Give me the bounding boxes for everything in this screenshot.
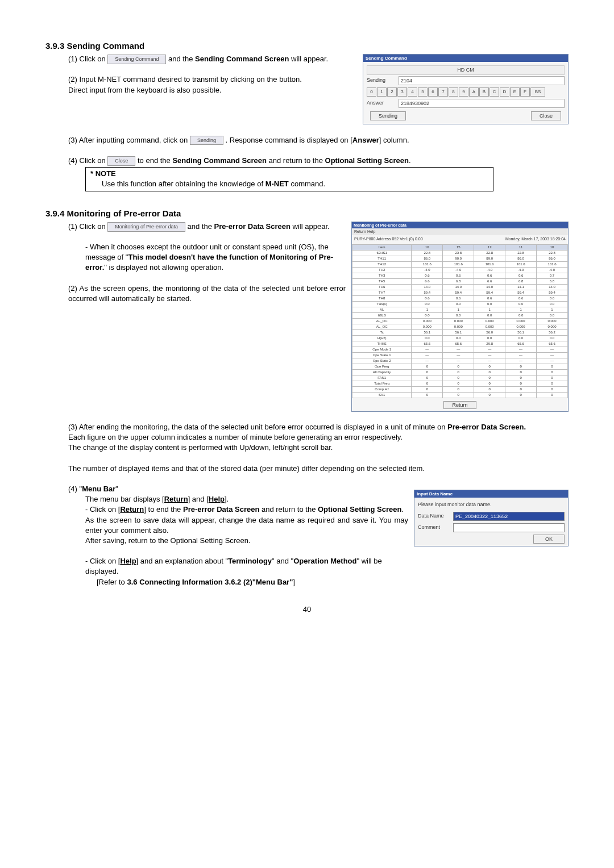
table-row: AL_OC0.0000.0000.0000.0000.000 <box>352 324 568 330</box>
table-row: H(Hz)0.00.00.00.00.0 <box>352 336 568 341</box>
key-5[interactable]: 5 <box>418 87 428 97</box>
key-e[interactable]: E <box>510 87 520 97</box>
table-cell: Ope State 1 <box>352 353 412 358</box>
key-0[interactable]: 0 <box>367 87 376 97</box>
table-cell: 63LS <box>352 313 412 319</box>
key-a[interactable]: A <box>469 87 479 97</box>
text-bold: Sending Command Screen <box>172 156 266 165</box>
p393-4: (4) Click on Close to end the Sending Co… <box>68 156 569 166</box>
table-cell: 0.0 <box>537 313 568 319</box>
table-cell: 0.0 <box>443 302 474 307</box>
table-header: 16 <box>412 245 443 251</box>
key-2[interactable]: 2 <box>387 87 397 97</box>
key-d[interactable]: D <box>500 87 509 97</box>
table-cell: 0.0 <box>474 302 505 307</box>
close-button[interactable]: Close <box>531 111 561 121</box>
monitoring-preerror-button[interactable]: Monitoring of Pre-error data <box>107 222 185 232</box>
table-cell: — <box>412 353 443 358</box>
table-row: TH12101.6101.6101.6101.6101.6 <box>352 262 568 268</box>
table-cell: 0 <box>537 370 568 375</box>
table-cell: 0 <box>412 393 443 398</box>
table-cell: Total Freq <box>352 381 412 387</box>
table-cell: — <box>537 353 568 358</box>
key-1[interactable]: 1 <box>377 87 387 97</box>
table-cell: 0 <box>474 387 505 393</box>
table-cell: 14.0 <box>474 285 505 290</box>
table-row: TH2-4.0-4.0-4.0-4.0-4.0 <box>352 268 568 273</box>
table-cell: 56.1 <box>412 330 443 336</box>
p394-4-save: As the screen to save data will appear, … <box>85 515 408 546</box>
table-cell: 22.8 <box>537 251 568 256</box>
key-3[interactable]: 3 <box>397 87 407 97</box>
key-8[interactable]: 8 <box>449 87 458 97</box>
table-cell: 0.6 <box>412 273 443 279</box>
text: The number of displayed items and that o… <box>68 464 425 473</box>
table-cell: 0 <box>505 381 537 387</box>
text: - Click on [ <box>85 505 120 514</box>
text: . Response command is displayed on [ <box>226 136 352 144</box>
p394-4-ref: [Refer to 3.6 Connecting Information 3.6… <box>97 577 408 587</box>
preerror-window: Monitoring of Pre-error data Return Help… <box>351 222 569 412</box>
data-name-input[interactable]: PE_20040322_113652 <box>453 512 565 521</box>
hdcm-label: HD CM <box>367 65 565 75</box>
table-cell: -4.0 <box>443 268 474 273</box>
table-cell: 6.6 <box>474 279 505 285</box>
hex-keypad: 0123456789ABCDEFBS <box>367 87 565 97</box>
table-cell: 56.1 <box>505 330 537 336</box>
table-cell: TH3 <box>352 273 412 279</box>
key-4[interactable]: 4 <box>408 87 417 97</box>
text-bold: Optional Setting Screen <box>318 505 401 514</box>
text: After saving, return to the Optional Set… <box>85 536 251 545</box>
table-cell: TH2 <box>352 268 412 273</box>
sending-command-button[interactable]: Sending Command <box>107 55 166 64</box>
table-cell: — <box>412 347 443 353</box>
key-b[interactable]: B <box>479 87 489 97</box>
close-button-inline[interactable]: Close <box>107 156 135 166</box>
text: . <box>409 156 411 165</box>
table-cell: 0.000 <box>505 324 537 330</box>
text-bold: M-NET <box>265 180 289 188</box>
table-cell: SV1 <box>352 393 412 398</box>
table-cell: 0 <box>412 375 443 381</box>
key-bs[interactable]: BS <box>530 87 545 97</box>
return-link: Return <box>164 495 188 503</box>
table-cell: 0.000 <box>537 324 568 330</box>
text-bold: Pre-error Data Screen <box>214 222 291 231</box>
return-button[interactable]: Return <box>443 401 476 409</box>
text: - Click on [ <box>85 557 120 565</box>
table-cell: — <box>474 353 505 358</box>
table-cell: 0.6 <box>537 296 568 302</box>
table-row: TH759.459.459.459.459.4 <box>352 290 568 296</box>
sending-button[interactable]: Sending <box>370 111 406 121</box>
table-cell: 1 <box>537 307 568 313</box>
table-cell: 0.0 <box>537 336 568 341</box>
note-label: * NOTE <box>90 169 116 178</box>
table-cell: 101.6 <box>474 262 505 268</box>
key-9[interactable]: 9 <box>459 87 468 97</box>
table-cell: 14.0 <box>412 285 443 290</box>
comment-input[interactable] <box>453 523 565 532</box>
key-f[interactable]: F <box>520 87 530 97</box>
p393-1: (1) Click on Sending Command and the Sen… <box>68 54 357 64</box>
ok-button[interactable]: OK <box>533 535 565 544</box>
window-title: Sending Command <box>363 55 568 62</box>
text-bold: Pre-error Data Screen <box>183 505 259 514</box>
table-cell: 0 <box>474 393 505 398</box>
menu-bar[interactable]: Return Help <box>352 228 568 235</box>
sending-button-inline[interactable]: Sending <box>190 136 223 145</box>
table-cell: 0 <box>537 375 568 381</box>
table-cell: Tc <box>352 330 412 336</box>
key-c[interactable]: C <box>489 87 499 97</box>
sending-input[interactable]: 2104 <box>399 76 565 85</box>
text: and return to the <box>259 505 318 514</box>
table-header: Item <box>352 245 412 251</box>
table-row: Ope State 1————— <box>352 353 568 358</box>
key-6[interactable]: 6 <box>428 87 438 97</box>
key-7[interactable]: 7 <box>438 87 448 97</box>
table-cell: 0.6 <box>505 273 537 279</box>
table-cell: -4.0 <box>412 268 443 273</box>
table-cell: Ope Mode 1 <box>352 347 412 353</box>
table-cell: 59.4 <box>537 290 568 296</box>
p394-4-help: - Click on [Help] and an explanation abo… <box>85 556 408 577</box>
table-cell: 6.8 <box>443 279 474 285</box>
